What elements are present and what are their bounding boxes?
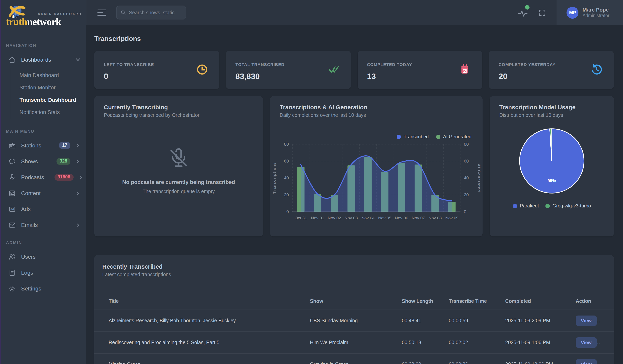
svg-text:20: 20 [464, 192, 469, 197]
cell-transcribe-time: 00:00:36 [449, 362, 505, 364]
nav-section-navigation: NAVIGATION [0, 36, 86, 52]
model-usage-card: Transcription Model Usage Distribution o… [490, 96, 614, 236]
sidebar-item-emails[interactable]: Emails [0, 217, 86, 233]
nav-section-main-menu: MAIN MENU [0, 121, 86, 138]
svg-text:20: 20 [284, 192, 289, 197]
users-icon [8, 253, 16, 261]
cell-transcribe-time: 00:00:59 [449, 318, 505, 324]
legend-item-ai-generated: AI Generated [436, 134, 471, 140]
news-doc-icon [8, 189, 16, 197]
middle-row: Currently Transcribing Podcasts being tr… [94, 96, 614, 236]
sidebar-item-settings[interactable]: Settings [0, 281, 86, 296]
mic-off-icon [167, 147, 190, 169]
topbar-right: MP Marc Pope Administrator [518, 0, 623, 25]
sidebar-item-ads[interactable]: Ad Ads [0, 201, 86, 217]
search-input[interactable] [129, 10, 182, 15]
sidebar-item-logs[interactable]: Logs [0, 265, 86, 281]
sidebar-item-label: Users [21, 254, 36, 260]
sidebar-subitem-main-dashboard[interactable]: Main Dashboard [11, 69, 86, 81]
sidebar-item-podcasts[interactable]: Podcasts 91606 [0, 169, 86, 185]
sidebar-item-dashboards[interactable]: Dashboards [0, 52, 86, 68]
chevron-right-icon [76, 159, 80, 164]
brand-logo[interactable]: ADMIN DASHBOARD the truthnetwork [0, 0, 86, 36]
legend-label: Transcribed [404, 134, 429, 140]
sidebar: ADMIN DASHBOARD the truthnetwork NAVIGAT… [0, 0, 86, 364]
empty-state: No podcasts are currently being transcri… [94, 147, 263, 194]
user-menu[interactable]: MP Marc Pope Administrator [557, 0, 623, 25]
chevron-right-icon [76, 143, 80, 148]
stats-row: LEFT TO TRANSCRIBE 0 TOTAL TRANSCRIBED 8… [94, 51, 614, 89]
stat-value: 13 [367, 72, 473, 81]
column-header-title: Title [109, 298, 310, 304]
svg-text:40: 40 [464, 175, 469, 181]
transcriptions-table: Title Show Show Length Transcribe Time C… [94, 292, 614, 364]
stat-card-left-to-transcribe: LEFT TO TRANSCRIBE 0 [94, 51, 219, 89]
page-content: Transcriptions LEFT TO TRANSCRIBE 0 TOTA… [86, 25, 623, 364]
chevron-down-icon [76, 57, 80, 62]
cell-title: Alzheimer's Research, Billy Bob Thornton… [109, 318, 310, 324]
brand-wordmark: truthnetwork [6, 17, 61, 27]
sidebar-subitem-notification-stats[interactable]: Notification Stats [11, 106, 86, 119]
stat-value: 20 [499, 72, 604, 81]
stat-value: 0 [104, 72, 210, 81]
view-button[interactable]: View [576, 337, 597, 348]
svg-text:Nov 08: Nov 08 [428, 216, 442, 220]
sidebar-subitem-transcribe-dashboard[interactable]: Transcribe Dashboard [11, 94, 86, 106]
sidebar-item-shows[interactable]: Shows 328 [0, 153, 86, 169]
legend-dot [545, 204, 550, 208]
microphone-icon [8, 173, 16, 181]
svg-text:Oct 31: Oct 31 [295, 216, 307, 220]
sidebar-item-users[interactable]: Users [0, 249, 86, 265]
nav-section-admin: ADMIN [0, 233, 86, 249]
currently-transcribing-card: Currently Transcribing Podcasts being tr… [94, 96, 263, 236]
user-role: Administrator [583, 13, 610, 18]
column-header-completed: Completed [505, 298, 576, 304]
online-status-dot [525, 5, 530, 9]
cell-show: Growing in Grace [310, 362, 402, 364]
legend-label: Groq-wlg-v3-turbo [552, 203, 591, 209]
transcriptions-chart-card: Transcriptions & AI Generation Daily com… [270, 96, 483, 236]
card-title: Recently Transcribed [102, 263, 606, 270]
card-title: Currently Transcribing [104, 104, 253, 110]
admin-dashboard-label: ADMIN DASHBOARD [38, 12, 82, 16]
view-button[interactable]: View [576, 316, 597, 326]
sidebar-item-label: Dashboards [21, 57, 51, 63]
sidebar-item-label: Ads [21, 206, 31, 212]
fullscreen-icon[interactable] [538, 9, 546, 17]
log-file-icon [8, 269, 16, 276]
sidebar-item-label: Emails [21, 222, 38, 228]
svg-text:Nov 09: Nov 09 [445, 216, 459, 220]
sidebar-subitem-station-monitor[interactable]: Station Monitor [11, 81, 86, 94]
topbar: MP Marc Pope Administrator [86, 0, 623, 25]
sidebar-item-stations[interactable]: Stations 17 [0, 138, 86, 153]
cell-show-length: 00:50:18 [402, 340, 449, 345]
double-check-icon [328, 63, 339, 76]
menu-toggle-icon[interactable] [97, 9, 106, 16]
sidebar-item-content[interactable]: Content [0, 185, 86, 201]
legend-label: Parakeet [520, 203, 539, 209]
radio-icon [8, 142, 16, 149]
empty-state-title: No podcasts are currently being transcri… [122, 179, 235, 185]
legend-item-parakeet: Parakeet [512, 203, 539, 209]
chevron-right-icon [76, 191, 80, 196]
svg-text:Nov 02: Nov 02 [328, 216, 341, 220]
clock-icon [196, 63, 208, 76]
svg-text:80: 80 [284, 142, 289, 147]
activity-status-icon[interactable] [518, 7, 528, 18]
recently-transcribed-card: Recently Transcribed Latest completed tr… [94, 255, 614, 364]
stat-label: TOTAL TRANSCRIBED [236, 62, 341, 67]
cell-show-length: 00:48:41 [402, 318, 449, 324]
svg-text:Nov 01: Nov 01 [311, 216, 324, 220]
view-button[interactable]: View [576, 359, 597, 364]
legend-item-transcribed: Transcribed [397, 134, 429, 140]
left-edge-strip [0, 0, 1, 364]
svg-text:60: 60 [464, 159, 469, 163]
svg-text:40: 40 [284, 175, 289, 181]
stat-card-completed-today: COMPLETED TODAY 13 [357, 51, 482, 89]
stat-card-completed-yesterday: COMPLETED YESTERDAY 20 [489, 51, 614, 89]
ad-icon: Ad [8, 205, 16, 213]
main-area: MP Marc Pope Administrator Transcription… [86, 0, 623, 364]
legend-item-groq: Groq-wlg-v3-turbo [545, 203, 591, 209]
svg-text:Transcriptions: Transcriptions [272, 162, 276, 194]
svg-text:Ad: Ad [10, 208, 14, 211]
